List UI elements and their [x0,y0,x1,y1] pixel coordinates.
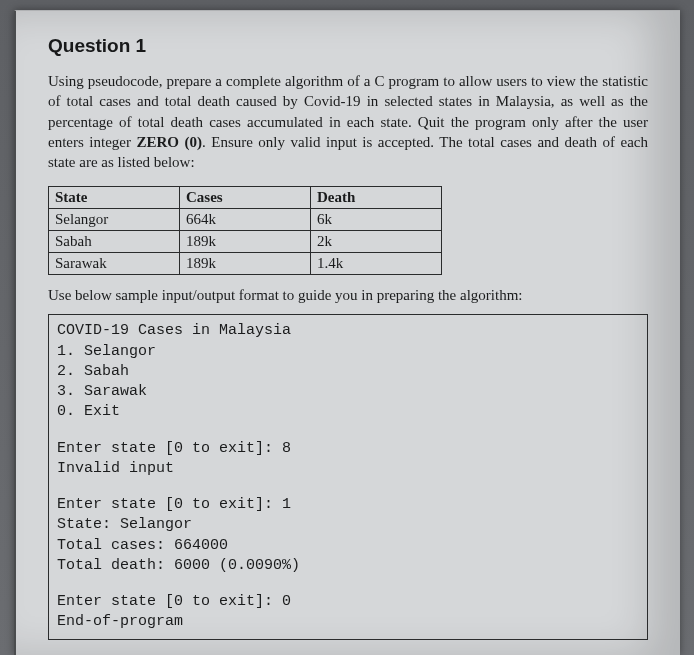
cell-cases: 664k [180,209,311,231]
intro-paragraph: Using pseudocode, prepare a complete alg… [48,71,648,172]
cell-state: Sabah [49,231,180,253]
state-table: State Cases Death Selangor 664k 6k Sabah… [48,186,442,275]
table-row: Sarawak 189k 1.4k [49,253,442,275]
page: Question 1 Using pseudocode, prepare a c… [14,10,680,655]
cell-cases: 189k [180,253,311,275]
question-title: Question 1 [48,35,648,57]
cell-state: Selangor [49,209,180,231]
table-header-row: State Cases Death [49,187,442,209]
guide-text: Use below sample input/output format to … [48,287,648,304]
th-death: Death [311,187,442,209]
screen: Question 1 Using pseudocode, prepare a c… [0,0,694,655]
cell-cases: 189k [180,231,311,253]
th-cases: Cases [180,187,311,209]
cell-death: 1.4k [311,253,442,275]
sample-io-block: Enter state [0 to exit]: 1 State: Selang… [57,495,639,576]
cell-death: 6k [311,209,442,231]
cell-death: 2k [311,231,442,253]
sample-menu-block: COVID-19 Cases in Malaysia 1. Selangor 2… [57,321,639,422]
sample-io-block: Enter state [0 to exit]: 8 Invalid input [57,439,639,480]
cell-state: Sarawak [49,253,180,275]
th-state: State [49,187,180,209]
table-row: Sabah 189k 2k [49,231,442,253]
sample-io-block: Enter state [0 to exit]: 0 End-of-progra… [57,592,639,633]
table-row: Selangor 664k 6k [49,209,442,231]
sample-output-box: COVID-19 Cases in Malaysia 1. Selangor 2… [48,314,648,639]
